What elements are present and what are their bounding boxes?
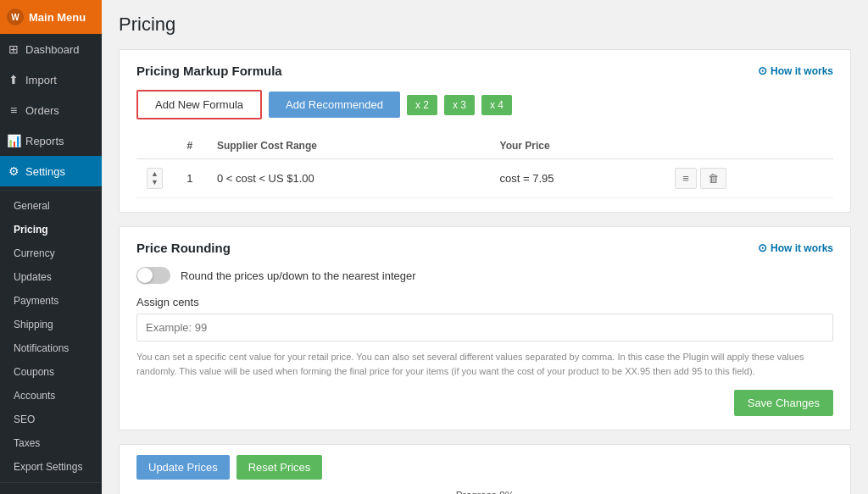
sidebar-item-import[interactable]: ⬆ Import [0, 64, 102, 95]
toggle-row: Round the prices up/down to the nearest … [136, 267, 833, 284]
add-new-formula-button[interactable]: Add New Formula [136, 90, 262, 119]
assign-cents-input[interactable] [136, 314, 833, 341]
arrow-down-icon: ▼ [151, 179, 159, 186]
sidebar-item-label: Settings [25, 165, 65, 178]
sidebar-item-label: Orders [25, 104, 59, 117]
sidebar-sub-item-coupons[interactable]: Coupons [0, 360, 102, 384]
arrow-up-icon: ▲ [151, 170, 159, 178]
multiplier-x4-button[interactable]: x 4 [481, 95, 512, 115]
progress-label: Progress 0% [136, 490, 833, 494]
sidebar-item-reports[interactable]: 📊 Reports [0, 125, 102, 156]
sidebar-item-alishipping[interactable]: ✈ AliShipping [0, 486, 102, 494]
row-arrows: ▲ ▼ [136, 159, 173, 198]
col-your-price-header: Your Price [490, 133, 665, 159]
save-changes-button[interactable]: Save Changes [734, 390, 833, 416]
import-icon: ⬆ [7, 73, 20, 86]
pricing-markup-card: Pricing Markup Formula ⊙ How it works Ad… [119, 49, 851, 213]
delete-row-button[interactable]: 🗑 [700, 168, 726, 189]
sidebar-sub-item-updates[interactable]: Updates [0, 265, 102, 289]
row-cost-range: 0 < cost < US $1.00 [207, 159, 490, 198]
row-num: 1 [173, 159, 207, 198]
multiplier-x3-button[interactable]: x 3 [444, 95, 475, 115]
sidebar-item-dashboard[interactable]: ⊞ Dashboard [0, 34, 102, 64]
progress-buttons: Update Prices Reset Prices [136, 455, 833, 480]
settings-icon: ⚙ [7, 164, 20, 178]
info-icon: ⊙ [758, 64, 767, 77]
how-it-works-label-2: How it works [771, 242, 833, 254]
edit-row-button[interactable]: ≡ [675, 168, 697, 189]
col-arrows-header [136, 133, 173, 159]
sidebar-sub-item-export[interactable]: Export Settings [0, 455, 102, 479]
sidebar-sub-item-currency[interactable]: Currency [0, 241, 102, 265]
how-it-works-link[interactable]: ⊙ How it works [758, 64, 833, 77]
pricing-markup-title: Pricing Markup Formula [136, 64, 282, 78]
add-recommended-button[interactable]: Add Recommended [269, 92, 400, 118]
multiplier-x2-button[interactable]: x 2 [407, 95, 437, 115]
sidebar-item-label: Import [25, 74, 57, 86]
page-title: Pricing [119, 14, 851, 36]
update-prices-button[interactable]: Update Prices [136, 455, 230, 480]
save-row: Save Changes [136, 390, 833, 416]
price-rounding-header: Price Rounding ⊙ How it works [136, 241, 833, 255]
reset-prices-button[interactable]: Reset Prices [236, 455, 323, 480]
sidebar-item-settings[interactable]: ⚙ Settings [0, 156, 102, 186]
sidebar: W Main Menu ⊞ Dashboard ⬆ Import ≡ Order… [0, 0, 102, 494]
sidebar-sub-item-shipping[interactable]: Shipping [0, 313, 102, 336]
table-row: ▲ ▼ 1 0 < cost < US $1.00 cost = 7.95 ≡ … [136, 159, 833, 198]
sidebar-item-label: Reports [25, 135, 64, 147]
progress-bar-container: Progress 0% [136, 490, 833, 494]
sidebar-sub-item-payments[interactable]: Payments [0, 289, 102, 313]
sidebar-sub-item-notifications[interactable]: Notifications [0, 336, 102, 360]
formula-table: # Supplier Cost Range Your Price ▲ ▼ 1 0 [136, 133, 833, 198]
col-actions-header [665, 133, 833, 159]
price-rounding-title: Price Rounding [136, 241, 231, 255]
row-actions: ≡ 🗑 [665, 159, 833, 198]
help-text: You can set a specific cent value for yo… [136, 350, 833, 378]
col-num-header: # [173, 133, 207, 159]
price-rounding-card: Price Rounding ⊙ How it works Round the … [119, 226, 851, 430]
sidebar-header: W Main Menu [0, 0, 102, 34]
reports-icon: 📊 [7, 134, 20, 147]
assign-cents-label: Assign cents [136, 296, 833, 308]
sidebar-header-title: Main Menu [29, 11, 86, 24]
price-rounding-how-it-works[interactable]: ⊙ How it works [758, 241, 833, 254]
sidebar-sub-item-general[interactable]: General [0, 194, 102, 218]
sidebar-sub-item-pricing[interactable]: Pricing [0, 218, 102, 241]
round-prices-toggle[interactable] [136, 267, 170, 284]
sidebar-sub-item-seo[interactable]: SEO [0, 408, 102, 431]
action-buttons: ≡ 🗑 [675, 168, 823, 189]
progress-card: Update Prices Reset Prices Progress 0% [119, 444, 851, 494]
sidebar-sub-item-accounts[interactable]: Accounts [0, 384, 102, 408]
info-icon-2: ⊙ [758, 241, 767, 254]
sidebar-sub-item-taxes[interactable]: Taxes [0, 431, 102, 455]
toggle-label: Round the prices up/down to the nearest … [181, 269, 416, 282]
row-your-price: cost = 7.95 [490, 159, 665, 198]
pricing-markup-header: Pricing Markup Formula ⊙ How it works [136, 64, 833, 78]
how-it-works-label: How it works [771, 65, 833, 77]
dashboard-icon: ⊞ [7, 42, 20, 56]
col-cost-range-header: Supplier Cost Range [207, 133, 490, 159]
main-menu-icon: W [7, 8, 24, 25]
toggle-knob [137, 268, 153, 283]
main-content: Pricing Pricing Markup Formula ⊙ How it … [102, 0, 868, 494]
sidebar-item-orders[interactable]: ≡ Orders [0, 95, 102, 125]
formula-buttons: Add New Formula Add Recommended x 2 x 3 … [136, 90, 833, 119]
sidebar-item-label: Dashboard [25, 43, 80, 56]
orders-icon: ≡ [7, 103, 20, 117]
reorder-arrows[interactable]: ▲ ▼ [147, 168, 163, 189]
